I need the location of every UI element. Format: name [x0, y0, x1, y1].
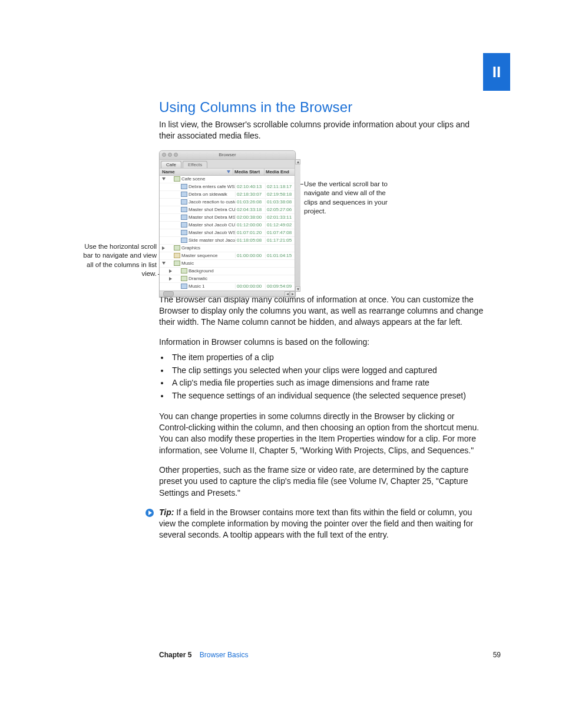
- page-footer: Chapter 5 Browser Basics 59: [159, 651, 501, 659]
- row-name: Cafe scene: [181, 176, 235, 182]
- row-media-start: 01:12:00:00: [235, 222, 265, 228]
- row-media-end: 02:01:33:11: [265, 215, 295, 220]
- callout-vertical-scroll: Use the vertical scroll bar to navigate …: [304, 180, 398, 216]
- list-item: The sequence settings of an individual s…: [170, 390, 485, 403]
- chapter-label: Chapter 5: [159, 651, 191, 659]
- row-media-end: 01:01:04:15: [265, 253, 295, 258]
- window-title: Browser: [219, 152, 236, 157]
- scroll-up-icon[interactable]: ▴: [295, 159, 300, 164]
- table-row[interactable]: Debra enters cafe WS02:10:40:1302:11:18:…: [160, 183, 295, 191]
- row-media-end: 02:11:18:17: [265, 184, 295, 189]
- row-media-end: 01:07:47:08: [265, 230, 295, 235]
- row-name: Debra on sidewalk: [189, 192, 235, 197]
- row-media-start: 02:18:30:07: [235, 192, 265, 197]
- row-media-start: 00:00:00:00: [235, 284, 265, 289]
- row-media-end: 02:19:58:18: [265, 192, 295, 197]
- row-media-end: 01:17:21:05: [265, 238, 295, 243]
- browser-window: Browser Cafe Effects Name Media Start Me…: [159, 150, 296, 297]
- clip-icon: [181, 192, 187, 197]
- tip-label: Tip:: [159, 508, 174, 517]
- table-row[interactable]: Music: [160, 260, 295, 268]
- row-media-start: 01:03:26:08: [235, 199, 265, 205]
- column-headers: Name Media Start Media End: [160, 168, 295, 176]
- browser-rows: Cafe sceneDebra enters cafe WS02:10:40:1…: [160, 176, 295, 291]
- bin-icon: [181, 268, 187, 274]
- disclosure-open-icon[interactable]: [162, 177, 166, 180]
- clip-icon: [181, 284, 187, 289]
- section-tab: II: [483, 53, 510, 91]
- table-row[interactable]: Jacob reaction to customer CU01:03:26:08…: [160, 199, 295, 206]
- sequence-icon: [174, 253, 180, 258]
- row-name: Music: [181, 261, 235, 266]
- disclosure-closed-icon[interactable]: [162, 246, 165, 250]
- row-media-start: 02:04:33:18: [235, 207, 265, 212]
- row-media-start: 01:07:01:20: [235, 230, 265, 235]
- horizontal-scrollbar[interactable]: ◂ ▸: [160, 291, 295, 297]
- disclosure-closed-icon[interactable]: [169, 277, 172, 281]
- row-media-start: 01:00:00:00: [235, 253, 265, 258]
- row-name: Master shot Debra CU: [189, 207, 235, 212]
- table-row[interactable]: Debra on sidewalk02:18:30:0702:19:58:18: [160, 191, 295, 199]
- body-paragraph: The Browser can display many columns of …: [159, 294, 485, 328]
- bullet-list: The item properties of a clip The clip s…: [159, 351, 485, 403]
- clip-icon: [181, 199, 187, 205]
- tip-text: Tip: If a field in the Browser contains …: [159, 507, 485, 541]
- column-header-label: Name: [162, 169, 175, 174]
- tab-cafe[interactable]: Cafe: [161, 161, 181, 168]
- chapter-title: Browser Basics: [200, 651, 249, 659]
- row-name: Graphics: [181, 245, 235, 251]
- minimize-icon[interactable]: [168, 153, 172, 157]
- clip-icon: [181, 184, 187, 189]
- disclosure-open-icon[interactable]: [162, 262, 166, 265]
- close-icon[interactable]: [162, 153, 166, 157]
- row-name: Master shot Jacob CU: [189, 222, 235, 228]
- scroll-right-icon[interactable]: ▸: [290, 291, 295, 297]
- scroll-left-icon[interactable]: ◂: [285, 291, 290, 297]
- vertical-scrollbar[interactable]: ▴ ▾: [295, 159, 300, 292]
- clip-icon: [181, 222, 187, 228]
- row-media-end: 01:12:49:02: [265, 222, 295, 228]
- tab-effects[interactable]: Effects: [183, 161, 207, 168]
- disclosure-closed-icon[interactable]: [169, 269, 172, 273]
- row-name: Master shot Debra MS: [189, 215, 235, 220]
- table-row[interactable]: Dramatic: [160, 275, 295, 283]
- table-row[interactable]: Side master shot Jacob MS01:18:05:0801:1…: [160, 237, 295, 245]
- bin-icon: [174, 261, 180, 266]
- tip-body: If a field in the Browser contains more …: [159, 508, 473, 540]
- project-tabs: Cafe Effects: [160, 160, 295, 168]
- page-number: 59: [493, 651, 501, 659]
- body-paragraph: You can change properties in some column…: [159, 411, 485, 456]
- table-row[interactable]: Master sequence01:00:00:0001:01:04:15: [160, 252, 295, 260]
- row-name: Master sequence: [181, 253, 235, 258]
- window-titlebar: Browser: [160, 151, 295, 160]
- scroll-down-icon[interactable]: ▾: [295, 286, 300, 292]
- column-header-media-end[interactable]: Media End: [264, 169, 295, 175]
- table-row[interactable]: Music 100:00:00:0000:09:54:09: [160, 283, 295, 291]
- row-name: Music 1: [189, 284, 235, 289]
- list-item: The item properties of a clip: [170, 351, 485, 364]
- column-header-media-start[interactable]: Media Start: [233, 169, 264, 175]
- figure-browser-columns: Use the horizontal scroll bar to navigat…: [159, 150, 485, 281]
- table-row[interactable]: Graphics: [160, 245, 295, 252]
- page-heading: Using Columns in the Browser: [159, 99, 485, 116]
- bin-icon: [181, 276, 187, 281]
- table-row[interactable]: Master shot Debra MS02:00:38:0002:01:33:…: [160, 214, 295, 222]
- row-name: Master shot Jacob WS: [189, 230, 235, 235]
- table-row[interactable]: Master shot Jacob WS01:07:01:2001:07:47:…: [160, 229, 295, 237]
- row-media-end: 02:05:27:06: [265, 207, 295, 212]
- row-name: Debra enters cafe WS: [189, 184, 235, 189]
- row-name: Side master shot Jacob MS: [189, 238, 235, 243]
- clip-icon: [181, 207, 187, 212]
- body-paragraph: Other properties, such as the frame size…: [159, 465, 485, 499]
- row-media-end: 01:03:38:08: [265, 199, 295, 205]
- scrollbar-thumb[interactable]: [163, 291, 174, 297]
- row-media-end: 00:09:54:09: [265, 284, 295, 289]
- table-row[interactable]: Master shot Debra CU02:04:33:1802:05:27:…: [160, 206, 295, 214]
- column-header-name[interactable]: Name: [160, 169, 233, 175]
- table-row[interactable]: Background: [160, 268, 295, 275]
- zoom-icon[interactable]: [174, 153, 178, 157]
- list-item: The clip settings you selected when your…: [170, 364, 485, 377]
- row-name: Jacob reaction to customer CU: [189, 199, 235, 205]
- table-row[interactable]: Cafe scene: [160, 176, 295, 183]
- table-row[interactable]: Master shot Jacob CU01:12:00:0001:12:49:…: [160, 222, 295, 229]
